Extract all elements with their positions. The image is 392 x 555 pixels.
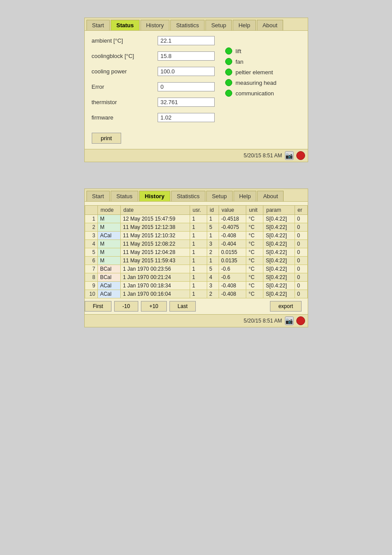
- row-unit: °C: [246, 232, 263, 240]
- row-num: 3: [85, 232, 97, 240]
- row-param: S[0.4:22]: [263, 215, 295, 223]
- row-id: 4: [207, 273, 219, 282]
- row-param: S[0.4:22]: [263, 282, 295, 290]
- measuring-head-dot: [225, 79, 232, 86]
- row-date: 11 May 2015 12:08:22: [120, 240, 190, 248]
- row-value: -0.408: [219, 290, 246, 298]
- tab-start-1[interactable]: Start: [86, 20, 110, 30]
- tab-help-2[interactable]: Help: [234, 191, 257, 201]
- row-mode: M: [97, 223, 120, 232]
- coolingblock-value: 15.8: [158, 51, 215, 61]
- tab-bar-2: Start Status History Statistics Setup He…: [85, 189, 308, 202]
- row-num: 4: [85, 240, 97, 248]
- row-usr: 1: [190, 232, 207, 240]
- fan-dot: [225, 58, 232, 65]
- tab-statistics-2[interactable]: Statistics: [171, 191, 205, 201]
- row-id: 5: [207, 265, 219, 273]
- row-param: S[0.4:22]: [263, 248, 295, 257]
- table-row: 6 M 11 May 2015 11:59:43 1 1 0.0135 °C S…: [85, 257, 307, 265]
- history-camera-icon[interactable]: 📷: [285, 316, 294, 325]
- history-table: mode date usr. id value unit param er 1 …: [85, 205, 308, 298]
- row-date: 11 May 2015 12:10:32: [120, 232, 190, 240]
- row-unit: °C: [246, 290, 263, 298]
- tab-about-1[interactable]: About: [257, 20, 283, 30]
- row-usr: 1: [190, 215, 207, 223]
- tab-status-2[interactable]: Status: [111, 191, 138, 201]
- row-date: 11 May 2015 12:12:38: [120, 223, 190, 232]
- tab-history-1[interactable]: History: [140, 20, 169, 30]
- row-er: 0: [295, 215, 307, 223]
- tab-statistics-1[interactable]: Statistics: [170, 20, 205, 30]
- plus10-button[interactable]: +10: [141, 301, 166, 312]
- export-button[interactable]: export: [270, 301, 301, 312]
- lift-label: lift: [236, 48, 241, 54]
- row-er: 0: [295, 290, 307, 298]
- first-button[interactable]: First: [85, 301, 111, 312]
- print-button[interactable]: print: [92, 133, 121, 144]
- row-date: 1 Jan 1970 00:16:04: [120, 290, 190, 298]
- row-er: 0: [295, 282, 307, 290]
- peltier-dot: [225, 69, 232, 76]
- row-param: S[0.4:22]: [263, 240, 295, 248]
- measuring-head-indicator: measuring head: [225, 79, 277, 86]
- error-row: Error 0: [92, 82, 215, 91]
- history-stop-icon[interactable]: [296, 316, 305, 325]
- stop-icon[interactable]: [296, 151, 305, 160]
- row-num: 1: [85, 215, 97, 223]
- status-panel: Start Status History Statistics Setup He…: [84, 18, 308, 162]
- row-value: 0.0135: [219, 257, 246, 265]
- table-row: 4 M 11 May 2015 12:08:22 1 3 -0.404 °C S…: [85, 240, 307, 248]
- row-unit: °C: [246, 215, 263, 223]
- minus10-button[interactable]: -10: [114, 301, 138, 312]
- thermistor-row: thermistor 32.761: [92, 98, 215, 107]
- row-date: 1 Jan 1970 00:18:34: [120, 282, 190, 290]
- lift-indicator: lift: [225, 47, 277, 54]
- status-footer: 5/20/15 8:51 AM 📷: [85, 149, 308, 162]
- row-value: -0.6: [219, 265, 246, 273]
- tab-about-2[interactable]: About: [257, 191, 284, 201]
- row-num: 8: [85, 273, 97, 282]
- row-num: 9: [85, 282, 97, 290]
- thermistor-label: thermistor: [92, 99, 158, 105]
- row-id: 2: [207, 248, 219, 257]
- col-id: id: [207, 206, 219, 215]
- nav-row: First -10 +10 Last export: [85, 298, 308, 314]
- row-id: 1: [207, 232, 219, 240]
- firmware-row: firmware 1.02: [92, 113, 215, 122]
- row-er: 0: [295, 223, 307, 232]
- row-mode: M: [97, 257, 120, 265]
- row-value: 0.0155: [219, 248, 246, 257]
- last-button[interactable]: Last: [169, 301, 196, 312]
- row-num: 10: [85, 290, 97, 298]
- row-value: -0.4518: [219, 215, 246, 223]
- row-value: -0.408: [219, 282, 246, 290]
- tab-status-1[interactable]: Status: [111, 20, 140, 30]
- fan-indicator: fan: [225, 58, 277, 65]
- tab-start-2[interactable]: Start: [86, 191, 110, 201]
- row-unit: °C: [246, 265, 263, 273]
- row-param: S[0.4:22]: [263, 257, 295, 265]
- row-usr: 1: [190, 257, 207, 265]
- row-date: 12 May 2015 15:47:59: [120, 215, 190, 223]
- history-panel: Start Status History Statistics Setup He…: [84, 189, 308, 327]
- tab-history-2[interactable]: History: [139, 191, 170, 201]
- col-er: er: [295, 206, 307, 215]
- tab-help-1[interactable]: Help: [233, 20, 256, 30]
- coolingblock-label: coolingblock [°C]: [92, 53, 158, 59]
- row-usr: 1: [190, 248, 207, 257]
- row-mode: ACal: [97, 290, 120, 298]
- tab-setup-1[interactable]: Setup: [205, 20, 232, 30]
- row-id: 1: [207, 257, 219, 265]
- col-date: date: [120, 206, 190, 215]
- communication-indicator: communication: [225, 90, 277, 97]
- tab-setup-2[interactable]: Setup: [206, 191, 233, 201]
- cooling-power-value: 100.0: [158, 67, 215, 76]
- row-param: S[0.4:22]: [263, 273, 295, 282]
- peltier-indicator: peltier element: [225, 69, 277, 76]
- cooling-power-label: cooling power: [92, 68, 158, 75]
- row-er: 0: [295, 248, 307, 257]
- row-usr: 1: [190, 290, 207, 298]
- row-mode: ACal: [97, 282, 120, 290]
- fields-column: ambient [°C] 22.1 coolingblock [°C] 15.8…: [92, 36, 215, 126]
- camera-icon[interactable]: 📷: [285, 151, 294, 160]
